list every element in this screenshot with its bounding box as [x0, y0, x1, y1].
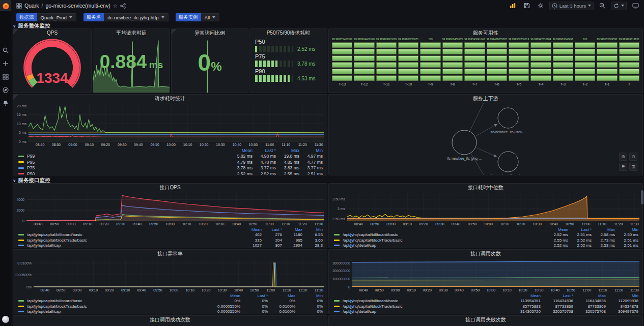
availability-cell[interactable] — [420, 69, 440, 74]
availability-cell[interactable] — [530, 69, 551, 74]
availability-cell[interactable] — [597, 69, 617, 74]
availability-cell[interactable] — [332, 62, 352, 68]
legend-column-header[interactable]: Min — [615, 227, 638, 232]
panel-title[interactable]: 异常访问比例 — [172, 29, 248, 37]
legend-series-name[interactable]: /api/jyhq/capital/billboard/basic — [27, 299, 213, 303]
legend-series-name[interactable]: /api/jyhq/capital/blockTrade/basic — [27, 304, 213, 309]
availability-cell[interactable] — [487, 55, 507, 61]
share-icon[interactable] — [120, 3, 126, 9]
settings-gear-icon[interactable] — [536, 2, 546, 10]
legend-column-header[interactable]: Mean — [213, 293, 240, 298]
availability-cell[interactable] — [442, 42, 463, 48]
availability-cell[interactable] — [442, 49, 463, 54]
legend-series-name[interactable]: /api/jyhq/detail/cap — [343, 243, 545, 248]
legend-column-header[interactable]: Last * — [541, 293, 573, 298]
availability-cell[interactable] — [553, 42, 573, 48]
availability-cell[interactable] — [597, 42, 617, 48]
legend-column-header[interactable]: Min — [302, 227, 323, 232]
availability-cell[interactable] — [332, 55, 352, 61]
availability-cell[interactable] — [376, 62, 397, 68]
availability-cell[interactable] — [398, 42, 418, 48]
variable-datasource[interactable]: 数据源 Quark_Prod — [16, 13, 76, 21]
save-dashboard-icon[interactable] — [522, 2, 532, 10]
availability-cell[interactable] — [509, 55, 529, 61]
grafana-logo[interactable] — [0, 0, 11, 11]
api-error-chart[interactable]: 0%0.00500%0.0100%08:4008:5009:0009:1009:… — [13, 257, 327, 292]
availability-cell[interactable] — [420, 49, 440, 54]
availability-cell[interactable] — [553, 69, 573, 74]
legend-series-name[interactable]: /api/jyhq/capital/blockTrade/basic — [343, 238, 545, 243]
legend-series-name[interactable]: /api/jyhq/capital/billboard/basic — [343, 232, 545, 237]
availability-cell[interactable] — [553, 49, 573, 54]
availability-cell[interactable] — [575, 75, 595, 81]
availability-cell[interactable] — [332, 75, 352, 81]
legend-series-name[interactable]: /api/jyhq/detail/cap — [27, 243, 241, 248]
availability-cell[interactable] — [332, 42, 352, 48]
node-graph[interactable]: ifc-newbee_ifc-jyhq-...ifc-newbee_ifc-us… — [329, 103, 642, 175]
time-range-picker[interactable]: Last 3 hours — [549, 2, 594, 10]
availability-cell[interactable] — [530, 62, 551, 68]
availability-cell[interactable] — [619, 49, 639, 54]
variable-service-name[interactable]: 服务名 ifc-newbee_ifc-jyhq-http — [83, 13, 169, 21]
availability-cell[interactable] — [619, 75, 639, 81]
alerting-bell-icon[interactable] — [2, 100, 9, 107]
availability-cell[interactable] — [354, 69, 374, 74]
dashboards-icon[interactable] — [2, 73, 9, 80]
legend-series-name[interactable]: /api/jyhq/detail/cap — [343, 309, 508, 314]
availability-cell[interactable] — [597, 49, 617, 54]
legend-column-header[interactable]: Max — [282, 227, 302, 232]
availability-cell[interactable] — [619, 55, 639, 61]
availability-cell[interactable] — [530, 42, 551, 48]
legend-series-name[interactable]: /api/jyhq/capital/blockTrade/basic — [343, 304, 508, 309]
legend-series-name[interactable]: /api/jyhq/capital/billboard/basic — [27, 232, 241, 237]
breadcrumb-app[interactable]: Quark — [24, 3, 39, 9]
availability-cell[interactable] — [398, 69, 418, 74]
zoom-in-button[interactable]: ⊕ — [619, 153, 627, 161]
grid-layout-button[interactable]: ⊞ — [629, 163, 637, 171]
availability-cell[interactable] — [398, 55, 418, 61]
legend-column-header[interactable]: Mean — [545, 227, 568, 232]
availability-cell[interactable] — [376, 69, 397, 74]
availability-cell[interactable] — [597, 75, 617, 81]
panel-title[interactable]: 接口耗时中位数 — [329, 184, 642, 191]
availability-cell[interactable] — [464, 55, 485, 61]
availability-cell[interactable] — [398, 49, 418, 54]
legend-series-name[interactable]: P95 — [27, 160, 229, 165]
panel-title[interactable]: 接口调用失败次数 — [329, 316, 642, 323]
legend-column-header[interactable]: Min — [295, 293, 323, 298]
user-avatar[interactable] — [2, 316, 9, 323]
legend-column-header[interactable]: Last * — [253, 148, 276, 153]
availability-cell[interactable] — [332, 49, 352, 54]
availability-cell[interactable] — [619, 42, 639, 48]
availability-cell[interactable] — [575, 55, 595, 61]
availability-cell[interactable] — [354, 55, 374, 61]
availability-cell[interactable] — [509, 75, 529, 81]
availability-cell[interactable] — [442, 62, 463, 68]
page-scrollbar-thumb[interactable] — [641, 190, 643, 204]
availability-cell[interactable] — [487, 69, 507, 74]
legend-column-header[interactable]: Last * — [568, 227, 592, 232]
api-qps-chart[interactable]: 02000400008:4008:5009:0009:1009:2009:300… — [13, 191, 327, 226]
flag-layout-button[interactable]: ⚑ — [619, 163, 627, 171]
zoom-out-time-icon[interactable] — [597, 2, 607, 10]
availability-cell[interactable] — [464, 62, 485, 68]
legend-series-name[interactable]: /api/jyhq/capital/blockTrade/basic — [27, 238, 241, 243]
legend-column-header[interactable]: Max — [592, 227, 615, 232]
availability-cell[interactable] — [464, 49, 485, 54]
breadcrumb-dashboard-title[interactable]: go-micro-service(multi-env) — [46, 3, 110, 9]
legend-series-name[interactable]: /api/jyhq/detail/cap — [27, 309, 213, 314]
legend-series-name[interactable]: /api/jyhq/capital/billboard/basic — [343, 299, 508, 303]
availability-cell[interactable] — [464, 75, 485, 81]
legend-column-header[interactable]: Last * — [240, 293, 268, 298]
refresh-button[interactable] — [611, 2, 627, 10]
legend-column-header[interactable]: Last * — [262, 227, 282, 232]
availability-cell[interactable] — [553, 55, 573, 61]
explore-compass-icon[interactable] — [2, 86, 9, 94]
availability-cell[interactable] — [597, 55, 617, 61]
availability-cell[interactable] — [354, 75, 374, 81]
availability-cell[interactable] — [398, 62, 418, 68]
panel-title[interactable]: 接口调用成功次数 — [13, 316, 327, 323]
availability-cell[interactable] — [332, 69, 352, 74]
availability-cell[interactable] — [354, 49, 374, 54]
panel-title[interactable]: P50/75/90请求耗时 — [250, 29, 327, 37]
